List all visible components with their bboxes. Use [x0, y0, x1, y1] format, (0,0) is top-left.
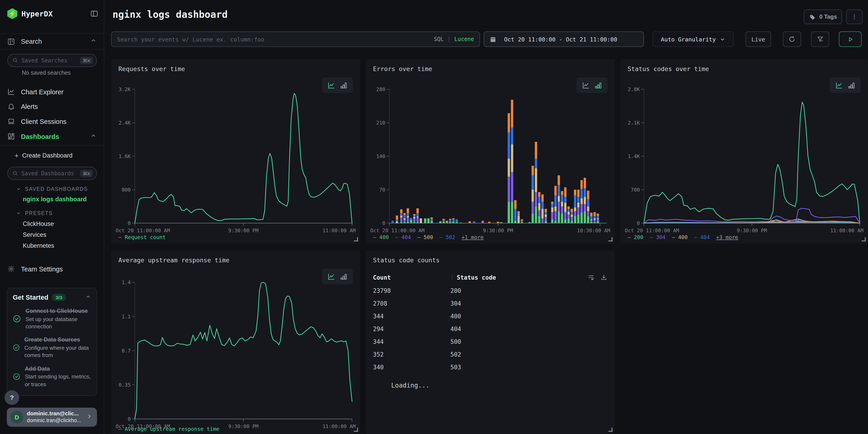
legend-item[interactable]: — 502: [439, 234, 455, 241]
svg-text:2.1K: 2.1K: [628, 120, 640, 126]
requests-chart[interactable]: 08001.6K2.4K3.2KOct 20 11:00:00 AM9:30:0…: [115, 85, 356, 239]
chevron-down-icon: [16, 210, 22, 216]
sidebar-item-dashboards[interactable]: Dashboards: [0, 129, 104, 144]
sidebar-item-label: Alerts: [21, 103, 38, 110]
avg-upstream-chart[interactable]: 00.350.71.11.4Oct 20 11:00:00 AM9:30:00 …: [115, 278, 356, 434]
table-row: 344400: [373, 310, 608, 322]
chevron-up-icon: [90, 132, 97, 141]
filter-button[interactable]: [811, 31, 829, 47]
table-header-status-code[interactable]: Status code: [451, 274, 496, 281]
sidebar-item-nginx-logs-dashboard[interactable]: nginx logs dashboard: [23, 196, 87, 203]
panel-status-codes-over-time: Status codes over time 07001.4K2.1K2.8KO…: [620, 59, 868, 244]
sidebar-item-preset[interactable]: ClickHouse: [23, 220, 54, 227]
legend-item[interactable]: — 404: [395, 234, 411, 241]
table-row: 294404: [373, 322, 608, 335]
legend-item[interactable]: — Average upstream response time: [118, 426, 219, 432]
sql-mode-toggle[interactable]: SQL: [434, 36, 443, 42]
check-circle-icon: [13, 314, 21, 324]
svg-text:700: 700: [631, 187, 640, 193]
table-row: 340503: [373, 361, 608, 373]
chevron-up-icon[interactable]: [85, 293, 91, 302]
saved-dashboards-input[interactable]: Saved Dashboards ⌘K: [7, 167, 97, 180]
sidebar-item-search[interactable]: Search: [0, 33, 104, 50]
legend-item[interactable]: — 304: [650, 234, 665, 241]
resize-handle[interactable]: [862, 237, 866, 241]
saved-dashboards-header[interactable]: SAVED DASHBOARDS: [16, 185, 88, 193]
run-query-button[interactable]: [839, 31, 862, 47]
kebab-menu-icon: [851, 13, 858, 21]
legend-item[interactable]: — 404: [694, 234, 710, 241]
status-codes-chart[interactable]: 07001.4K2.1K2.8KOct 20 11:00:00 AM9:30:0…: [624, 85, 864, 239]
saved-searches-placeholder: Saved Searches: [22, 57, 67, 64]
svg-text:0.7: 0.7: [122, 348, 131, 353]
legend-more-link[interactable]: +1 more: [462, 234, 484, 241]
sidebar: ⚡ HyperDX Search Saved Searches ⌘K No sa…: [0, 0, 104, 434]
app-root: ⚡ HyperDX Search Saved Searches ⌘K No sa…: [0, 0, 868, 434]
sidebar-item-client-sessions[interactable]: Client Sessions: [0, 114, 104, 129]
create-dashboard-button[interactable]: + Create Dashboard: [14, 150, 72, 160]
shortcut-badge: ⌘K: [81, 57, 93, 64]
svg-text:140: 140: [376, 153, 385, 159]
column-drag-handle-icon[interactable]: [451, 274, 454, 281]
user-name: dominic.tran@clic...: [27, 410, 81, 417]
panel-menu-button[interactable]: [846, 9, 863, 24]
refresh-button[interactable]: [783, 31, 801, 47]
user-menu[interactable]: D dominic.tran@clic... dominic.tran@clic…: [7, 408, 97, 427]
saved-searches-input[interactable]: Saved Searches ⌘K: [7, 54, 97, 67]
mode-divider: |: [447, 36, 451, 42]
get-started-item-title: Add Data: [25, 365, 91, 373]
legend-item[interactable]: — Request count: [118, 234, 166, 241]
sidebar-item-alerts[interactable]: Alerts: [0, 99, 104, 114]
sidebar-item-preset[interactable]: Kubernetes: [23, 242, 54, 249]
event-search-input[interactable]: Search your events w/ Lucene ex. column:…: [111, 31, 480, 47]
lucene-mode-toggle[interactable]: Lucene: [454, 36, 474, 42]
page-title: nginx logs dashboard: [113, 9, 228, 20]
help-button[interactable]: ?: [5, 390, 19, 405]
sidebar-item-preset[interactable]: Services: [23, 231, 46, 238]
get-started-item[interactable]: Add DataStart sending logs, metrics, or …: [13, 365, 91, 388]
panel-title: Status codes over time: [627, 65, 709, 72]
resize-handle[interactable]: [609, 428, 613, 432]
resize-handle[interactable]: [354, 428, 358, 432]
date-range-picker[interactable]: Oct 20 11:00:00 - Oct 21 11:00:00: [484, 31, 644, 47]
no-saved-searches-text: No saved searches: [22, 70, 70, 76]
live-button[interactable]: Live: [745, 31, 771, 47]
create-dashboard-label: Create Dashboard: [22, 152, 73, 159]
get-started-item[interactable]: Connect to ClickHouseSet up your databas…: [13, 307, 91, 331]
svg-text:9:30:00 PM: 9:30:00 PM: [483, 228, 513, 234]
search-placeholder: Search your events w/ Lucene ex. column:…: [117, 36, 265, 42]
legend-item[interactable]: — 500: [417, 234, 433, 241]
chevron-down-icon: [16, 186, 22, 192]
laptop-icon: [7, 118, 15, 125]
sidebar-item-chart-explorer[interactable]: Chart Explorer: [0, 84, 104, 99]
loading-text: Loading...: [391, 382, 430, 389]
sidebar-item-team-settings[interactable]: Team Settings: [0, 261, 104, 276]
panel-avg-upstream-response-time: Average upstream response time 00.350.71…: [111, 250, 360, 434]
svg-text:2.8K: 2.8K: [628, 87, 640, 92]
text-wrap-icon[interactable]: [587, 274, 595, 281]
legend-item[interactable]: — 400: [672, 234, 688, 241]
get-started-item[interactable]: Create Data SourcesConfigure where your …: [13, 336, 91, 359]
sidebar-item-label: Team Settings: [21, 265, 63, 273]
collapse-sidebar-icon[interactable]: [90, 9, 98, 18]
check-circle-icon: [13, 371, 20, 381]
legend-item[interactable]: — 400: [373, 234, 389, 241]
svg-text:9:30:00 PM: 9:30:00 PM: [228, 424, 258, 429]
svg-text:800: 800: [122, 187, 131, 193]
saved-dashboards-header-label: SAVED DASHBOARDS: [25, 186, 88, 192]
presets-header[interactable]: PRESETS: [16, 209, 53, 217]
legend-more-link[interactable]: +3 more: [716, 234, 738, 241]
granularity-select[interactable]: Auto Granularity: [653, 31, 734, 47]
resize-handle[interactable]: [609, 237, 613, 241]
main-content: nginx logs dashboard 0 Tags Search your …: [104, 0, 868, 434]
table-header-count[interactable]: Count: [373, 274, 391, 281]
gear-icon: [7, 265, 15, 273]
resize-handle[interactable]: [354, 237, 358, 241]
get-started-item-title: Connect to ClickHouse: [26, 307, 91, 315]
panel-requests-over-time: Requests over time 08001.6K2.4K3.2KOct 2…: [111, 59, 360, 244]
legend-item[interactable]: — 200: [627, 234, 643, 241]
errors-chart[interactable]: 070140210280Oct 20 11:00:00 AM9:30:00 PM…: [369, 85, 611, 239]
download-icon[interactable]: [600, 274, 608, 281]
chart-legend: — Request count: [118, 234, 172, 241]
tags-button[interactable]: 0 Tags: [804, 9, 842, 24]
